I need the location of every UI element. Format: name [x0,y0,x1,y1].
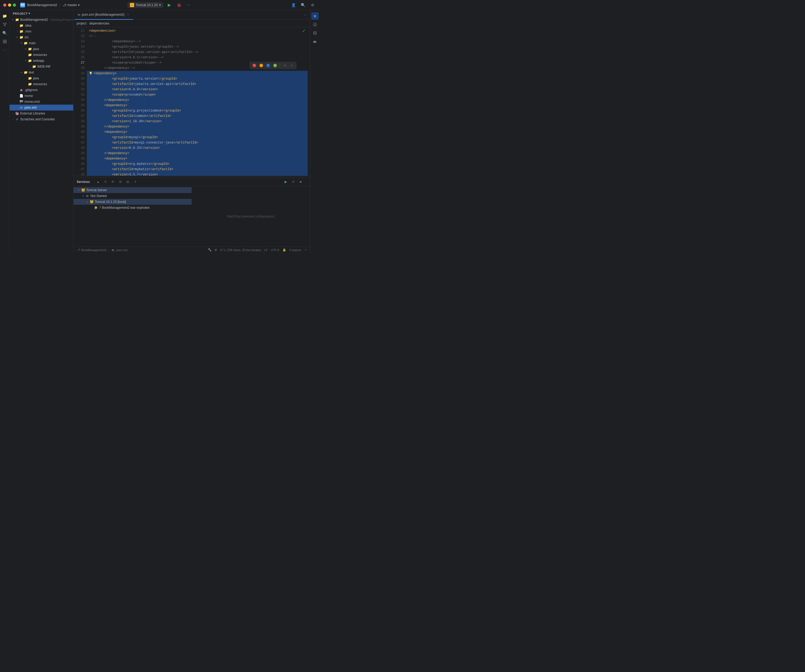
services-not-started[interactable]: ▾ ⊘ Not Started [74,193,192,199]
database-btn[interactable] [311,29,319,37]
line-num-35: 35 [74,103,85,108]
services-down-btn[interactable]: ✕ [102,179,108,185]
tree-label-main: main [29,41,36,45]
more-activity-btn[interactable]: ⋯ [1,46,8,54]
tree-item-root[interactable]: ▾ 📁 BookManagement2 ~/Desktop/Projects/B… [10,17,73,23]
close-button[interactable] [3,3,7,7]
firefox-icon[interactable]: 🔵 [265,63,271,68]
tab-pomxml[interactable]: m pom.xml (BookManagement2) × [74,10,133,20]
run-configuration[interactable]: 🐱 Tomcat 10.1.23 ▾ [127,2,163,8]
maven-btn[interactable]: m [311,38,319,45]
line-num-39: 39 [74,124,85,130]
tree-item-java-main[interactable]: ▾ 📁 java [10,46,73,52]
tree-label-mvnwcmd: mvnw.cmd [25,100,39,104]
status-line-ending[interactable]: LF [264,248,268,251]
services-reload-btn[interactable]: ↺ [290,179,296,185]
branch-selector[interactable]: ⎇ master ▾ [62,3,80,7]
line-num-21: 21 [74,28,85,34]
tree-item-src[interactable]: ▾ 📁 src [10,35,73,40]
status-indent[interactable]: 4 spaces [289,248,301,251]
tree-item-test[interactable]: ▾ 📁 test [10,69,73,76]
tree-label-test: test [29,71,34,74]
tree-item-webapp[interactable]: ▾ 📁 webapp [10,58,73,64]
tree-item-main[interactable]: ▾ 📁 main [10,40,73,46]
services-artifact[interactable]: › 📦 ? BookManagement2:war exploded [74,205,192,210]
more-run-options[interactable]: ⋯ [185,1,192,9]
git-icon: ⎇ [77,248,80,251]
services-add-btn[interactable]: + [132,179,138,185]
services-tomcat-server[interactable]: ▾ 🐱 Tomcat Server [74,187,192,193]
breadcrumb-project[interactable]: project [77,21,86,25]
tree-item-scratches[interactable]: › ≡ Scratches and Consoles [10,117,73,122]
edge-icon[interactable]: 🟢 [272,63,278,68]
status-share-icon[interactable]: ↗ [304,248,307,251]
settings-button[interactable]: ⚙ [309,1,316,9]
services-eye-btn[interactable]: 👁 [110,179,116,185]
line-num-46: 46 [74,161,85,167]
structure-activity-btn[interactable] [1,38,8,45]
minimize-button[interactable] [8,3,11,7]
status-branch[interactable]: ⎇ BookManagement2 [77,248,107,251]
svg-line-3 [4,24,5,25]
debug-button[interactable]: 🐞 [175,1,182,9]
sidebar-header: Project ▾ [10,10,73,17]
jetbrains-icon[interactable]: 🔴 [251,63,257,68]
run-button[interactable]: ▶ [166,1,173,9]
tab-more-btn[interactable]: ⋯ [301,13,309,17]
tab-close-btn[interactable]: × [126,13,130,16]
svg-point-10 [314,24,315,25]
lightbulb-icon[interactable]: 💡 [89,71,93,76]
tree-item-java-test[interactable]: › 📁 java [10,76,73,81]
tree-chevron-idea: › [15,23,19,28]
services-expand-btn[interactable]: ⊞ [125,179,131,185]
tree-item-gitignore[interactable]: › ◉ .gitignore [10,87,73,93]
status-git-icon: 🔧 [208,248,212,251]
account-button[interactable]: 👤 [290,1,297,9]
tree-chevron-webapp: ▾ [23,59,28,63]
svg-point-12 [314,31,316,33]
status-left: ⎇ BookManagement2 › m pom.xml [77,248,128,251]
code-line-46: <groupId>org.mybatis</groupId> [87,161,308,167]
folder-icon-idea: 📁 [19,23,23,28]
services-filter-btn[interactable]: ⚙ [117,179,123,185]
maximize-button[interactable] [13,3,16,7]
tab-file-icon: m [78,13,80,16]
toolbar-close-btn[interactable]: × [289,63,294,68]
status-position[interactable]: 27:1 (738 chars, 20 line breaks) [220,248,261,251]
status-encoding[interactable]: UTF-8 [271,248,279,251]
code-line-29: 💡 <dependency> [87,71,308,76]
folder-activity-btn[interactable]: 📁 [1,12,8,20]
folder-icon-webinf: 📁 [32,64,36,69]
services-tomcat-instance[interactable]: ▾ 🐱 Tomcat 10.1.23 [local] [74,199,192,205]
tree-item-idea[interactable]: › 📁 .idea [10,23,73,28]
tree-item-mvnw[interactable]: › 📄 mvnw [10,93,73,99]
tree-item-resources-main[interactable]: › 📁 resources [10,52,73,58]
tree-item-mvn[interactable]: › 📁 .mvn [10,28,73,35]
search-button[interactable]: 🔍 [299,1,307,9]
tree-item-webinf[interactable]: › 📁 WEB-INF [10,64,73,69]
search-activity-btn[interactable]: 🔍 [1,29,8,37]
tree-item-pomxml[interactable]: › m pom.xml [10,105,73,110]
editor-scrollbar[interactable] [308,27,310,176]
tree-item-mvnwcmd[interactable]: › 🏁 mvnw.cmd [10,99,73,105]
services-run-btn[interactable]: ▶ [283,179,289,185]
copilot-btn[interactable] [311,21,319,28]
tree-item-resources-test[interactable]: › 📁 resources [10,81,73,87]
code-line-40: <dependency> [87,130,308,135]
dev-tools-btn[interactable]: ⚙ [282,63,288,68]
code-line-33: <scope>provided</scope> [87,92,308,97]
code-line-34: </dependency> [87,97,308,103]
services-up-btn[interactable]: ▲ [95,179,101,185]
status-bar: ⎇ BookManagement2 › m pom.xml 🔧 V 27:1 (… [74,246,310,253]
breadcrumb-dependencies[interactable]: dependencies [89,21,109,25]
services-stop-btn[interactable]: ■ [297,179,304,185]
line-num-43: 43 [74,145,85,151]
git-activity-btn[interactable] [1,21,8,28]
tree-item-ext-libs[interactable]: › 📚 External Libraries [10,110,73,117]
chrome-icon[interactable]: 🟠 [258,63,264,68]
editor-main: ✓ 🔴 🟠 🔵 🟢 ⚙ × 21 22 [74,27,310,176]
code-line-36: <groupId>org.projectlombok</groupId> [87,108,308,113]
code-editor[interactable]: <dependencies> <!-- <dependency>--> <gro… [87,27,308,176]
ai-assistant-btn[interactable] [311,12,319,20]
project-name[interactable]: BookManagement2 [27,3,57,7]
